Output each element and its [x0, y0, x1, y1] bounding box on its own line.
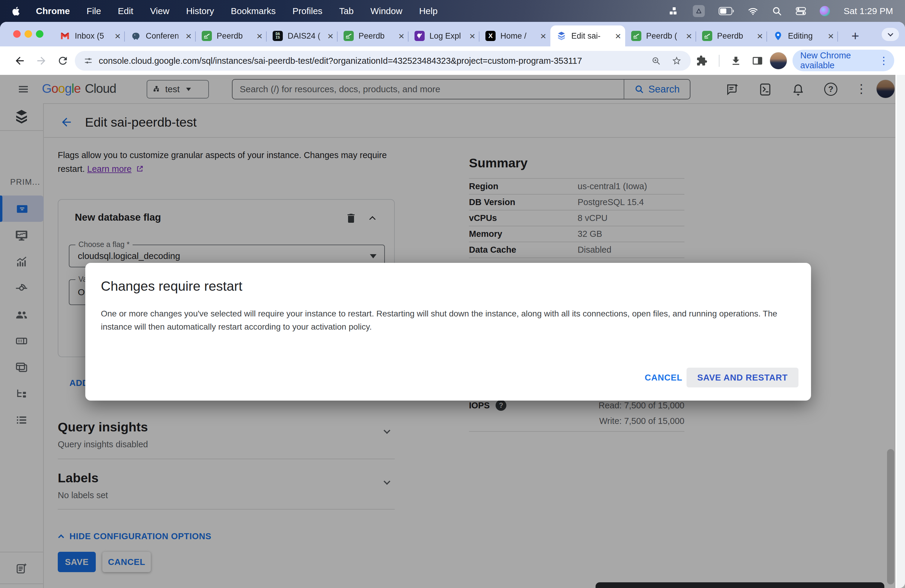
dock-hint-bar	[595, 582, 884, 588]
browser-window: Inbox (5 × Conferen × Peerdb × DAIS DAIS…	[0, 22, 905, 588]
peerdb-icon	[344, 31, 354, 41]
postgresql-icon	[131, 31, 141, 41]
browser-toolbar: console.cloud.google.com/sql/instances/s…	[0, 46, 905, 75]
wifi-icon[interactable]	[748, 6, 758, 16]
menu-item-tab[interactable]: Tab	[339, 6, 353, 16]
close-icon[interactable]: ×	[327, 31, 333, 41]
menu-item-edit[interactable]: Edit	[118, 6, 133, 16]
close-icon[interactable]: ×	[114, 31, 121, 41]
menu-item-help[interactable]: Help	[419, 6, 438, 16]
web-content: Google Cloud test Search	[0, 75, 905, 588]
browser-tab-dais24[interactable]: DAIS DAIS24 ( ×	[267, 22, 338, 46]
dialog-cancel-button[interactable]: CANCEL	[636, 368, 691, 388]
stats-icon[interactable]	[669, 6, 679, 16]
browser-tab-peerdb-1[interactable]: Peerdb ×	[196, 22, 267, 46]
chrome-menu-icon[interactable]: ⋮	[879, 56, 889, 65]
browser-tab-peerdb-4[interactable]: Peerdb ×	[696, 22, 767, 46]
tab-label: Home /	[500, 32, 538, 41]
close-icon[interactable]: ×	[469, 31, 475, 41]
menu-item-history[interactable]: History	[186, 6, 214, 16]
close-icon[interactable]: ×	[828, 31, 834, 41]
browser-tab-peerdb-3[interactable]: Peerdb ( ×	[625, 22, 696, 46]
siri-icon[interactable]	[820, 6, 830, 16]
battery-icon[interactable]	[719, 6, 734, 16]
tab-label: Peerdb	[359, 32, 397, 41]
close-icon[interactable]: ×	[757, 31, 763, 41]
menu-item-file[interactable]: File	[86, 6, 101, 16]
chevron-down-icon	[888, 31, 893, 36]
peerdb-icon	[202, 31, 212, 41]
dialog-body-text: One or more changes you've selected will…	[101, 307, 800, 334]
spotlight-search-icon[interactable]	[772, 6, 782, 16]
tab-label: Log Expl	[429, 32, 467, 41]
maximize-window-button[interactable]	[36, 30, 43, 38]
peerdb-icon	[631, 31, 641, 41]
menu-item-chrome[interactable]: Chrome	[36, 6, 70, 16]
x-icon: X	[486, 31, 495, 41]
menu-item-bookmarks[interactable]: Bookmarks	[231, 6, 276, 16]
minimize-window-button[interactable]	[25, 30, 32, 38]
zoom-icon[interactable]	[651, 56, 661, 65]
menu-item-profiles[interactable]: Profiles	[292, 6, 322, 16]
url-text[interactable]: console.cloud.google.com/sql/instances/s…	[99, 56, 651, 66]
menu-item-view[interactable]: View	[150, 6, 169, 16]
close-icon[interactable]: ×	[399, 31, 404, 41]
browser-tab-editing[interactable]: Editing ×	[767, 22, 838, 46]
screen: Chrome File Edit View History Bookmarks …	[0, 0, 905, 588]
forward-icon[interactable]	[35, 55, 47, 67]
close-icon[interactable]: ×	[615, 31, 621, 41]
site-settings-icon[interactable]	[84, 56, 93, 65]
close-icon[interactable]: ×	[256, 31, 262, 41]
control-center-icon[interactable]	[796, 6, 806, 16]
new-chrome-available-button[interactable]: New Chrome available ⋮	[792, 50, 894, 71]
apple-icon[interactable]	[12, 6, 21, 16]
tab-label: Inbox (5	[75, 32, 113, 41]
tab-label: Peerdb	[217, 32, 255, 41]
new-chrome-label: New Chrome available	[800, 51, 879, 70]
app-menu-icon[interactable]	[693, 5, 705, 17]
bookmark-star-icon[interactable]	[672, 56, 682, 66]
menu-item-window[interactable]: Window	[370, 6, 403, 16]
download-icon[interactable]	[730, 55, 741, 67]
close-icon[interactable]: ×	[186, 31, 192, 41]
browser-tab-edit-sai-active[interactable]: Edit sai- ×	[550, 25, 625, 46]
close-window-button[interactable]	[13, 30, 21, 38]
browser-tab-peerdb-2[interactable]: Peerdb ×	[338, 22, 408, 46]
tab-label: Peerdb (	[646, 32, 684, 41]
browser-tab-x-home[interactable]: X Home / ×	[479, 22, 550, 46]
changes-require-restart-dialog: Changes require restart One or more chan…	[85, 263, 811, 400]
reload-icon[interactable]	[57, 55, 69, 67]
maps-pin-icon	[773, 31, 783, 41]
macos-menu-bar: Chrome File Edit View History Bookmarks …	[0, 0, 905, 22]
address-bar[interactable]: console.cloud.google.com/sql/instances/s…	[75, 51, 691, 71]
dialog-title: Changes require restart	[101, 278, 243, 294]
browser-tab-inbox[interactable]: Inbox (5 ×	[54, 22, 125, 46]
tab-label: DAIS24 (	[287, 32, 325, 41]
extensions-icon[interactable]	[696, 55, 708, 67]
tab-label: Peerdb	[717, 32, 755, 41]
browser-tab-log-explorer[interactable]: Log Expl ×	[408, 22, 479, 46]
gmail-icon	[60, 31, 70, 41]
tab-label: Conferen	[146, 32, 184, 41]
datadog-icon	[414, 31, 425, 41]
dialog-save-and-restart-button[interactable]: SAVE AND RESTART	[686, 368, 799, 388]
close-icon[interactable]: ×	[540, 31, 546, 41]
tab-search-button[interactable]	[882, 28, 899, 41]
tab-label: Editing	[788, 32, 826, 41]
new-tab-button[interactable]: +	[851, 29, 859, 43]
tab-label: Edit sai-	[571, 32, 613, 41]
menu-bar-clock[interactable]: Sat 1:29 PM	[844, 6, 893, 16]
dais-icon: DAIS	[273, 31, 283, 41]
tab-strip: Inbox (5 × Conferen × Peerdb × DAIS DAIS…	[0, 22, 905, 46]
browser-tab-conference[interactable]: Conferen ×	[125, 22, 196, 46]
cloud-sql-icon	[556, 31, 567, 41]
window-scrollbar-gutter[interactable]	[895, 75, 905, 588]
peerdb-icon	[702, 31, 712, 41]
back-icon[interactable]	[14, 55, 26, 67]
side-panel-icon[interactable]	[752, 55, 763, 67]
close-icon[interactable]: ×	[686, 31, 692, 41]
toolbar-divider	[719, 55, 719, 67]
browser-profile-avatar[interactable]	[770, 52, 787, 70]
